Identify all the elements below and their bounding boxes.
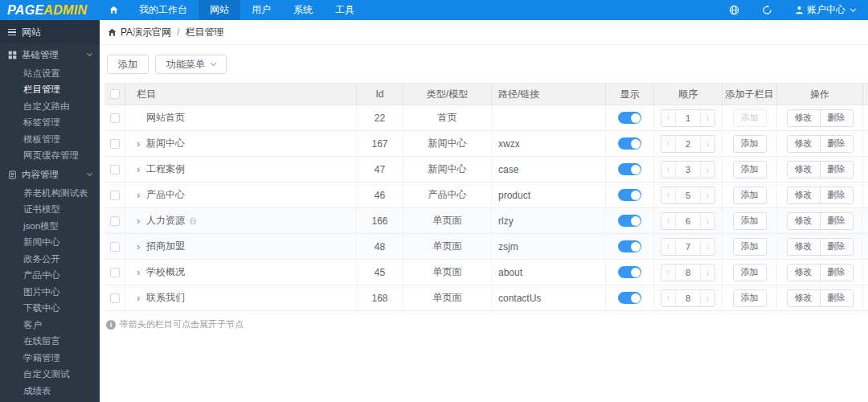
globe-icon[interactable] <box>729 5 739 15</box>
delete-button[interactable]: 删除 <box>820 289 854 307</box>
delete-button[interactable]: 删除 <box>820 238 854 256</box>
sidebar-item[interactable]: 证书模型 <box>0 202 100 219</box>
order-value-input[interactable]: 5 <box>676 187 700 203</box>
visibility-toggle[interactable] <box>618 240 641 252</box>
sidebar-item[interactable]: 成绩表 <box>0 383 100 400</box>
delete-button[interactable]: 删除 <box>820 187 854 204</box>
row-checkbox[interactable] <box>110 268 120 277</box>
delete-button[interactable]: 删除 <box>820 135 854 153</box>
expand-arrow-icon[interactable] <box>137 215 145 226</box>
sidebar-title[interactable]: 网站 <box>0 20 100 44</box>
delete-button[interactable]: 删除 <box>820 212 854 230</box>
sidebar-item[interactable]: 栏目管理 <box>0 82 100 99</box>
row-checkbox[interactable] <box>110 139 120 149</box>
order-up-button[interactable] <box>661 136 676 152</box>
account-menu[interactable]: 账户中心 <box>795 3 855 17</box>
add-child-button[interactable]: 添加 <box>733 238 767 256</box>
order-down-button[interactable] <box>700 213 714 229</box>
nav-home-button[interactable] <box>100 0 128 20</box>
sidebar-group-basic[interactable]: 基础管理 <box>0 44 100 65</box>
sidebar-item[interactable]: 在线留言 <box>0 334 100 351</box>
order-value-input[interactable]: 8 <box>676 290 700 306</box>
edit-button[interactable]: 修改 <box>787 212 821 230</box>
row-checkbox[interactable] <box>110 216 120 226</box>
expand-arrow-icon[interactable] <box>137 138 145 149</box>
visibility-toggle[interactable] <box>618 163 641 175</box>
sidebar-item[interactable]: 图片中心 <box>0 284 100 301</box>
sidebar-item[interactable]: 网页缓存管理 <box>0 148 100 165</box>
order-up-button[interactable] <box>661 290 676 306</box>
sidebar-item[interactable]: 客户 <box>0 317 100 334</box>
sidebar-item[interactable]: 政务公开 <box>0 251 100 268</box>
delete-button[interactable]: 删除 <box>820 109 854 127</box>
sidebar-item[interactable]: 产品中心 <box>0 268 100 285</box>
add-child-button[interactable]: 添加 <box>733 289 767 307</box>
nav-item[interactable]: 用户 <box>240 0 282 20</box>
order-up-button[interactable] <box>661 239 676 255</box>
refresh-icon[interactable] <box>762 5 772 15</box>
function-menu-button[interactable]: 功能菜单 <box>155 55 227 74</box>
add-child-button[interactable]: 添加 <box>733 212 767 230</box>
edit-button[interactable]: 修改 <box>787 264 821 281</box>
visibility-toggle[interactable] <box>618 215 641 227</box>
order-down-button[interactable] <box>700 110 714 126</box>
nav-item[interactable]: 网站 <box>199 0 240 20</box>
delete-button[interactable]: 删除 <box>820 264 854 281</box>
nav-item[interactable]: 系统 <box>282 0 324 20</box>
sidebar-item[interactable]: 标签管理 <box>0 115 100 132</box>
edit-button[interactable]: 修改 <box>787 135 821 153</box>
order-value-input[interactable]: 2 <box>676 136 700 152</box>
visibility-toggle[interactable] <box>618 112 641 124</box>
order-down-button[interactable] <box>700 239 714 255</box>
sidebar-item[interactable]: 自定义测试 <box>0 367 100 384</box>
order-down-button[interactable] <box>700 290 714 306</box>
add-child-button[interactable]: 添加 <box>733 161 767 178</box>
order-down-button[interactable] <box>700 136 714 152</box>
edit-button[interactable]: 修改 <box>787 238 821 256</box>
order-up-button[interactable] <box>661 265 676 281</box>
sidebar-item[interactable]: 学籍管理 <box>0 350 100 367</box>
visibility-toggle[interactable] <box>618 189 641 201</box>
visibility-toggle[interactable] <box>618 266 641 278</box>
row-checkbox[interactable] <box>110 165 120 174</box>
order-down-button[interactable] <box>700 187 714 203</box>
order-value-input[interactable]: 8 <box>676 265 700 281</box>
row-checkbox[interactable] <box>110 113 120 123</box>
sidebar-item[interactable]: 站点设置 <box>0 65 100 82</box>
row-checkbox[interactable] <box>110 191 120 200</box>
edit-button[interactable]: 修改 <box>787 109 821 127</box>
visibility-toggle[interactable] <box>618 137 641 150</box>
order-value-input[interactable]: 7 <box>676 239 700 255</box>
sidebar-item[interactable]: 新闻中心 <box>0 235 100 252</box>
expand-arrow-icon[interactable] <box>137 190 145 200</box>
breadcrumb-site-link[interactable]: PA演示官网 <box>121 26 171 39</box>
order-up-button[interactable] <box>661 187 676 203</box>
expand-arrow-icon[interactable] <box>137 164 145 174</box>
order-value-input[interactable]: 1 <box>676 110 700 126</box>
visibility-toggle[interactable] <box>618 292 641 304</box>
expand-arrow-icon[interactable] <box>137 241 145 252</box>
sidebar-group-content[interactable]: 内容管理 <box>0 164 100 185</box>
delete-button[interactable]: 删除 <box>820 161 854 178</box>
sidebar-item[interactable]: 养老机构测试表 <box>0 185 100 202</box>
app-logo[interactable]: PAGEADMIN <box>0 0 100 20</box>
order-up-button[interactable] <box>661 213 676 229</box>
order-down-button[interactable] <box>700 162 714 178</box>
sidebar-item[interactable]: 自定义路由 <box>0 98 100 115</box>
add-child-button[interactable]: 添加 <box>733 135 767 153</box>
edit-button[interactable]: 修改 <box>787 161 821 178</box>
edit-button[interactable]: 修改 <box>787 187 821 204</box>
sidebar-item[interactable]: 模板管理 <box>0 131 100 148</box>
order-up-button[interactable] <box>661 110 676 126</box>
add-child-button[interactable]: 添加 <box>733 264 767 281</box>
order-up-button[interactable] <box>661 162 676 178</box>
add-child-button[interactable]: 添加 <box>733 187 767 204</box>
sidebar-item[interactable]: json模型 <box>0 218 100 235</box>
order-value-input[interactable]: 6 <box>676 213 700 229</box>
sidebar-item[interactable]: 下载中心 <box>0 301 100 318</box>
select-all-checkbox[interactable] <box>110 89 120 99</box>
order-value-input[interactable]: 3 <box>676 162 700 178</box>
nav-item[interactable]: 我的工作台 <box>128 0 199 20</box>
nav-item[interactable]: 工具 <box>324 0 366 20</box>
expand-arrow-icon[interactable] <box>137 267 145 277</box>
